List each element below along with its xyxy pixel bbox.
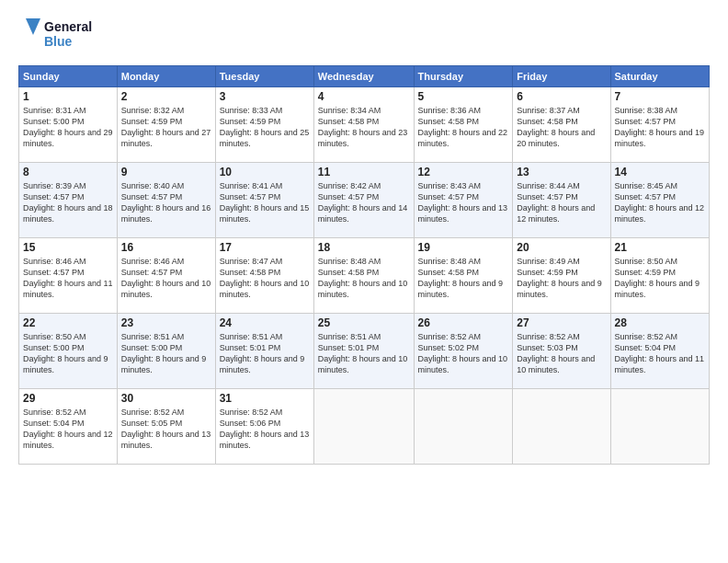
- day-cell: 23 Sunrise: 8:51 AM Sunset: 5:00 PM Dayl…: [117, 314, 215, 389]
- day-info: Sunrise: 8:44 AM Sunset: 4:57 PM Dayligh…: [517, 180, 606, 225]
- day-info: Sunrise: 8:49 AM Sunset: 4:59 PM Dayligh…: [517, 256, 606, 301]
- day-info: Sunrise: 8:34 AM Sunset: 4:58 PM Dayligh…: [318, 105, 410, 150]
- day-cell: 6 Sunrise: 8:37 AM Sunset: 4:58 PM Dayli…: [513, 87, 610, 163]
- day-cell: 12 Sunrise: 8:43 AM Sunset: 4:57 PM Dayl…: [414, 163, 513, 238]
- day-number: 10: [220, 166, 310, 178]
- day-cell: 28 Sunrise: 8:52 AM Sunset: 5:04 PM Dayl…: [610, 314, 709, 389]
- day-number: 21: [615, 241, 705, 254]
- day-number: 13: [517, 166, 606, 178]
- calendar-header-row: Sunday Monday Tuesday Wednesday Thursday…: [19, 66, 710, 87]
- day-number: 27: [517, 316, 606, 329]
- day-info: Sunrise: 8:52 AM Sunset: 5:04 PM Dayligh…: [23, 407, 113, 452]
- day-number: 20: [517, 241, 606, 254]
- day-info: Sunrise: 8:46 AM Sunset: 4:57 PM Dayligh…: [121, 256, 211, 301]
- day-info: Sunrise: 8:50 AM Sunset: 4:59 PM Dayligh…: [615, 256, 705, 301]
- day-info: Sunrise: 8:52 AM Sunset: 5:04 PM Dayligh…: [615, 331, 705, 376]
- day-number: 16: [121, 241, 211, 254]
- day-info: Sunrise: 8:38 AM Sunset: 4:57 PM Dayligh…: [615, 105, 705, 150]
- day-info: Sunrise: 8:52 AM Sunset: 5:06 PM Dayligh…: [220, 407, 310, 452]
- col-saturday: Saturday: [610, 66, 709, 87]
- svg-marker-2: [26, 18, 40, 35]
- calendar-row: 1 Sunrise: 8:31 AM Sunset: 5:00 PM Dayli…: [19, 87, 710, 163]
- day-cell: 5 Sunrise: 8:36 AM Sunset: 4:58 PM Dayli…: [414, 87, 513, 163]
- calendar-row: 8 Sunrise: 8:39 AM Sunset: 4:57 PM Dayli…: [19, 163, 710, 238]
- empty-cell: [513, 389, 610, 465]
- day-cell: 27 Sunrise: 8:52 AM Sunset: 5:03 PM Dayl…: [513, 314, 610, 389]
- day-info: Sunrise: 8:33 AM Sunset: 4:59 PM Dayligh…: [220, 105, 310, 150]
- day-info: Sunrise: 8:52 AM Sunset: 5:05 PM Dayligh…: [121, 407, 211, 452]
- day-number: 9: [121, 166, 211, 178]
- day-cell: 8 Sunrise: 8:39 AM Sunset: 4:57 PM Dayli…: [19, 163, 118, 238]
- day-info: Sunrise: 8:52 AM Sunset: 5:02 PM Dayligh…: [418, 331, 509, 376]
- day-cell: 2 Sunrise: 8:32 AM Sunset: 4:59 PM Dayli…: [117, 87, 215, 163]
- day-cell: 26 Sunrise: 8:52 AM Sunset: 5:02 PM Dayl…: [414, 314, 513, 389]
- day-number: 15: [23, 241, 113, 254]
- day-number: 11: [318, 166, 410, 178]
- day-info: Sunrise: 8:32 AM Sunset: 4:59 PM Dayligh…: [121, 105, 211, 150]
- col-tuesday: Tuesday: [215, 66, 313, 87]
- col-wednesday: Wednesday: [313, 66, 414, 87]
- day-info: Sunrise: 8:50 AM Sunset: 5:00 PM Dayligh…: [23, 331, 113, 376]
- day-number: 22: [23, 316, 113, 329]
- day-cell: 30 Sunrise: 8:52 AM Sunset: 5:05 PM Dayl…: [117, 389, 215, 465]
- svg-text:Blue: Blue: [44, 34, 73, 49]
- day-info: Sunrise: 8:43 AM Sunset: 4:57 PM Dayligh…: [418, 180, 509, 225]
- day-cell: 7 Sunrise: 8:38 AM Sunset: 4:57 PM Dayli…: [610, 87, 709, 163]
- day-info: Sunrise: 8:52 AM Sunset: 5:03 PM Dayligh…: [517, 331, 606, 376]
- day-number: 6: [517, 90, 606, 103]
- day-info: Sunrise: 8:51 AM Sunset: 5:01 PM Dayligh…: [318, 331, 410, 376]
- day-number: 26: [418, 316, 509, 329]
- day-info: Sunrise: 8:51 AM Sunset: 5:01 PM Dayligh…: [220, 331, 310, 376]
- day-info: Sunrise: 8:41 AM Sunset: 4:57 PM Dayligh…: [220, 180, 310, 225]
- day-number: 14: [615, 166, 705, 178]
- day-cell: 19 Sunrise: 8:48 AM Sunset: 4:58 PM Dayl…: [414, 238, 513, 314]
- col-thursday: Thursday: [414, 66, 513, 87]
- day-cell: 4 Sunrise: 8:34 AM Sunset: 4:58 PM Dayli…: [313, 87, 414, 163]
- day-number: 3: [220, 90, 310, 103]
- day-cell: 25 Sunrise: 8:51 AM Sunset: 5:01 PM Dayl…: [313, 314, 414, 389]
- day-info: Sunrise: 8:36 AM Sunset: 4:58 PM Dayligh…: [418, 105, 509, 150]
- day-cell: 13 Sunrise: 8:44 AM Sunset: 4:57 PM Dayl…: [513, 163, 610, 238]
- empty-cell: [414, 389, 513, 465]
- day-info: Sunrise: 8:45 AM Sunset: 4:57 PM Dayligh…: [615, 180, 705, 225]
- day-number: 8: [23, 166, 113, 178]
- empty-cell: [610, 389, 709, 465]
- logo-svg: General Blue: [18, 15, 101, 56]
- col-friday: Friday: [513, 66, 610, 87]
- day-info: Sunrise: 8:47 AM Sunset: 4:58 PM Dayligh…: [220, 256, 310, 301]
- empty-cell: [313, 389, 414, 465]
- day-cell: 24 Sunrise: 8:51 AM Sunset: 5:01 PM Dayl…: [215, 314, 313, 389]
- day-number: 31: [220, 392, 310, 405]
- day-number: 28: [615, 316, 705, 329]
- day-cell: 1 Sunrise: 8:31 AM Sunset: 5:00 PM Dayli…: [19, 87, 118, 163]
- header: General Blue: [18, 15, 710, 56]
- day-number: 17: [220, 241, 310, 254]
- day-number: 5: [418, 90, 509, 103]
- day-number: 30: [121, 392, 211, 405]
- day-cell: 21 Sunrise: 8:50 AM Sunset: 4:59 PM Dayl…: [610, 238, 709, 314]
- day-info: Sunrise: 8:40 AM Sunset: 4:57 PM Dayligh…: [121, 180, 211, 225]
- day-info: Sunrise: 8:48 AM Sunset: 4:58 PM Dayligh…: [318, 256, 410, 301]
- col-sunday: Sunday: [19, 66, 118, 87]
- day-number: 1: [23, 90, 113, 103]
- day-number: 29: [23, 392, 113, 405]
- col-monday: Monday: [117, 66, 215, 87]
- day-number: 18: [318, 241, 410, 254]
- day-info: Sunrise: 8:48 AM Sunset: 4:58 PM Dayligh…: [418, 256, 509, 301]
- day-cell: 31 Sunrise: 8:52 AM Sunset: 5:06 PM Dayl…: [215, 389, 313, 465]
- day-info: Sunrise: 8:46 AM Sunset: 4:57 PM Dayligh…: [23, 256, 113, 301]
- calendar-row: 29 Sunrise: 8:52 AM Sunset: 5:04 PM Dayl…: [19, 389, 710, 465]
- day-cell: 17 Sunrise: 8:47 AM Sunset: 4:58 PM Dayl…: [215, 238, 313, 314]
- day-number: 2: [121, 90, 211, 103]
- day-number: 23: [121, 316, 211, 329]
- calendar-row: 15 Sunrise: 8:46 AM Sunset: 4:57 PM Dayl…: [19, 238, 710, 314]
- day-info: Sunrise: 8:31 AM Sunset: 5:00 PM Dayligh…: [23, 105, 113, 150]
- day-info: Sunrise: 8:42 AM Sunset: 4:57 PM Dayligh…: [318, 180, 410, 225]
- day-cell: 16 Sunrise: 8:46 AM Sunset: 4:57 PM Dayl…: [117, 238, 215, 314]
- day-cell: 18 Sunrise: 8:48 AM Sunset: 4:58 PM Dayl…: [313, 238, 414, 314]
- day-number: 7: [615, 90, 705, 103]
- day-cell: 22 Sunrise: 8:50 AM Sunset: 5:00 PM Dayl…: [19, 314, 118, 389]
- day-cell: 20 Sunrise: 8:49 AM Sunset: 4:59 PM Dayl…: [513, 238, 610, 314]
- day-info: Sunrise: 8:37 AM Sunset: 4:58 PM Dayligh…: [517, 105, 606, 150]
- day-info: Sunrise: 8:51 AM Sunset: 5:00 PM Dayligh…: [121, 331, 211, 376]
